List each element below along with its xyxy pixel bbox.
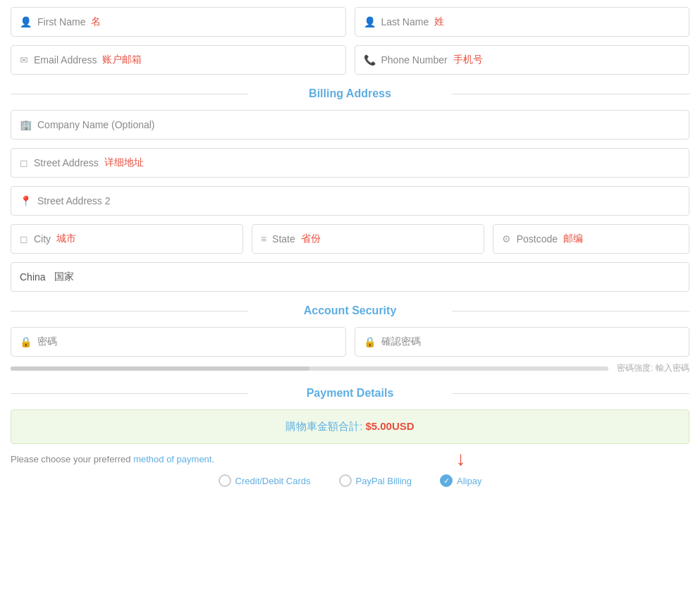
email-field[interactable]: ✉ Email Address 账户邮箱 bbox=[11, 45, 346, 75]
city-label: City bbox=[34, 233, 51, 245]
payment-methods: Credit/Debit Cards PayPal Billing ↓ Alip… bbox=[11, 474, 689, 487]
state-label: State bbox=[272, 233, 295, 245]
company-row: 🏢 Company Name (Optional) bbox=[11, 110, 689, 140]
email-value: 账户邮箱 bbox=[102, 54, 142, 66]
state-field[interactable]: ≡ State 省份 bbox=[252, 224, 484, 254]
city-value: 城市 bbox=[56, 233, 76, 245]
payment-note: Please choose your preferred method of p… bbox=[11, 454, 689, 464]
street1-value: 详细地址 bbox=[104, 156, 144, 169]
email-icon: ✉ bbox=[20, 54, 28, 66]
password-label: 密碼 bbox=[37, 335, 57, 348]
last-name-field[interactable]: 👤 Last Name 姓 bbox=[355, 7, 690, 37]
strength-bar bbox=[11, 366, 608, 371]
password-field[interactable]: 🔒 密碼 bbox=[11, 327, 346, 357]
postcode-icon: ⚙ bbox=[502, 233, 511, 245]
password-row: 🔒 密碼 🔒 確認密碼 bbox=[11, 327, 689, 357]
city-icon: ◻ bbox=[20, 233, 28, 245]
street1-field[interactable]: ◻ Street Address 详细地址 bbox=[11, 148, 689, 178]
city-state-post-row: ◻ City 城市 ≡ State 省份 ⚙ Postcode 邮编 bbox=[11, 224, 689, 254]
country-placeholder: 国家 bbox=[54, 271, 74, 283]
paypal-label: PayPal Billing bbox=[356, 476, 412, 486]
phone-value: 手机号 bbox=[453, 54, 483, 66]
credit-card-option[interactable]: Credit/Debit Cards bbox=[219, 474, 311, 487]
total-label: 購物車金額合計: bbox=[285, 420, 362, 432]
phone-label: Phone Number bbox=[381, 54, 448, 66]
first-name-field[interactable]: 👤 First Name 名 bbox=[11, 7, 346, 37]
lock-icon-2: 🔒 bbox=[364, 336, 376, 347]
billing-section-title: Billing Address bbox=[11, 87, 689, 100]
personal-info-row-1: 👤 First Name 名 👤 Last Name 姓 bbox=[11, 7, 689, 37]
first-name-value: 名 bbox=[91, 16, 101, 28]
building-icon: 🏢 bbox=[20, 119, 32, 130]
payment-total-box: 購物車金額合計: $5.00USD bbox=[11, 409, 689, 444]
street2-row: 📍 Street Address 2 bbox=[11, 186, 689, 216]
alipay-option[interactable]: ↓ Alipay bbox=[440, 474, 481, 487]
credit-label: Credit/Debit Cards bbox=[235, 476, 311, 486]
credit-radio[interactable] bbox=[219, 474, 231, 487]
last-name-value: 姓 bbox=[434, 16, 444, 28]
lock-icon: 🔒 bbox=[20, 336, 32, 347]
country-row[interactable]: China 国家 bbox=[11, 262, 689, 292]
arrow-icon: ↓ bbox=[456, 448, 466, 470]
street1-label: Street Address bbox=[34, 157, 99, 168]
phone-icon: 📞 bbox=[364, 54, 376, 66]
last-name-label: Last Name bbox=[381, 16, 429, 27]
street2-field[interactable]: 📍 Street Address 2 bbox=[11, 186, 689, 216]
city-field[interactable]: ◻ City 城市 bbox=[11, 224, 243, 254]
street-icon: ◻ bbox=[20, 157, 28, 168]
security-section-title: Account Security bbox=[11, 304, 689, 317]
country-current: China bbox=[20, 271, 46, 283]
personal-info-row-2: ✉ Email Address 账户邮箱 📞 Phone Number 手机号 bbox=[11, 45, 689, 75]
note-text: Please choose your preferred bbox=[11, 454, 131, 464]
note-link[interactable]: method of payment. bbox=[133, 454, 214, 464]
first-name-label: First Name bbox=[37, 16, 85, 27]
password-strength-row: 密碼強度: 輸入密碼 bbox=[11, 362, 689, 374]
total-amount: $5.00USD bbox=[365, 420, 414, 432]
company-field[interactable]: 🏢 Company Name (Optional) bbox=[11, 110, 689, 140]
street2-label: Street Address 2 bbox=[37, 195, 111, 206]
alipay-radio[interactable] bbox=[440, 474, 453, 487]
email-label: Email Address bbox=[34, 54, 97, 66]
alipay-label: Alipay bbox=[457, 476, 481, 486]
person-icon-2: 👤 bbox=[364, 16, 376, 27]
company-label: Company Name (Optional) bbox=[37, 119, 155, 130]
person-icon: 👤 bbox=[20, 16, 32, 27]
postcode-value: 邮编 bbox=[563, 233, 583, 245]
state-icon: ≡ bbox=[261, 233, 266, 245]
location-icon: 📍 bbox=[20, 195, 32, 206]
confirm-password-field[interactable]: 🔒 確認密碼 bbox=[355, 327, 690, 357]
state-value: 省份 bbox=[301, 233, 321, 245]
paypal-radio[interactable] bbox=[339, 474, 352, 487]
confirm-password-label: 確認密碼 bbox=[381, 335, 421, 348]
payment-section-title: Payment Details bbox=[11, 387, 689, 400]
phone-field[interactable]: 📞 Phone Number 手机号 bbox=[355, 45, 690, 75]
paypal-option[interactable]: PayPal Billing bbox=[339, 474, 412, 487]
strength-bar-fill bbox=[11, 366, 309, 371]
postcode-field[interactable]: ⚙ Postcode 邮编 bbox=[493, 224, 689, 254]
street1-row: ◻ Street Address 详细地址 bbox=[11, 148, 689, 178]
strength-text: 密碼強度: 輸入密碼 bbox=[617, 362, 689, 374]
postcode-label: Postcode bbox=[517, 233, 558, 245]
